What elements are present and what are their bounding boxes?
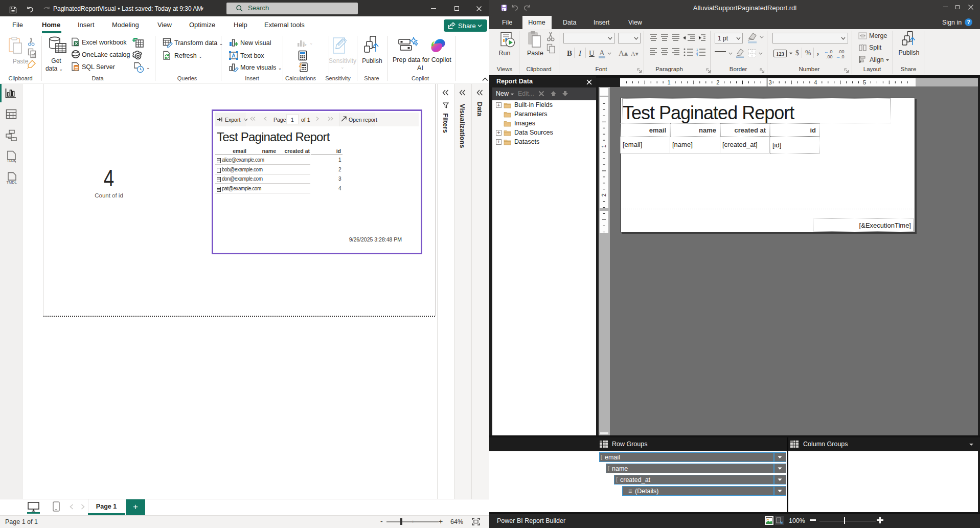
svg-text:2: 2 xyxy=(716,79,719,85)
svg-text:2: 2 xyxy=(601,193,607,196)
svg-text:fx: fx xyxy=(303,42,307,47)
svg-text:1: 1 xyxy=(601,145,607,148)
svg-text:TMDL: TMDL xyxy=(7,180,17,184)
svg-text:3: 3 xyxy=(696,54,698,56)
svg-text:DAX: DAX xyxy=(8,159,15,163)
svg-text:5: 5 xyxy=(863,79,866,85)
svg-text:3: 3 xyxy=(768,79,771,85)
svg-text:1: 1 xyxy=(668,79,671,85)
svg-text:4: 4 xyxy=(814,79,817,85)
